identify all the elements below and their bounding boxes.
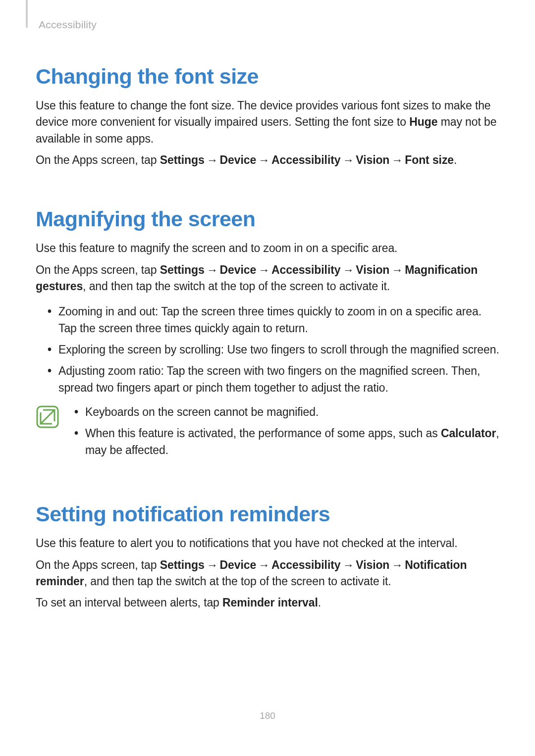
bold-calculator: Calculator bbox=[441, 427, 496, 440]
arrow-icon: → bbox=[205, 558, 220, 571]
breadcrumb: Accessibility bbox=[39, 19, 499, 31]
heading-magnifying-screen: Magnifying the screen bbox=[36, 207, 499, 231]
list-item: Adjusting zoom ratio: Tap the screen wit… bbox=[50, 363, 499, 396]
text: . bbox=[318, 596, 321, 609]
paragraph-nav-path: On the Apps screen, tap Settings→Device→… bbox=[36, 262, 499, 295]
text: When this feature is activated, the perf… bbox=[85, 427, 441, 440]
path-accessibility: Accessibility bbox=[271, 263, 340, 276]
text: To set an interval between alerts, tap bbox=[36, 596, 222, 609]
bold-reminder-interval: Reminder interval bbox=[222, 596, 318, 609]
text: . bbox=[454, 153, 457, 166]
path-vision: Vision bbox=[356, 153, 389, 166]
path-fontsize: Font size bbox=[405, 153, 454, 166]
path-accessibility: Accessibility bbox=[271, 558, 340, 571]
text: , and then tap the switch at the top of … bbox=[83, 280, 390, 293]
path-settings: Settings bbox=[160, 153, 205, 166]
arrow-icon: → bbox=[340, 153, 356, 166]
text: On the Apps screen, tap bbox=[36, 153, 160, 166]
page-number: 180 bbox=[0, 710, 535, 721]
arrow-icon: → bbox=[205, 263, 220, 276]
arrow-icon: → bbox=[389, 263, 405, 276]
list-item: When this feature is activated, the perf… bbox=[76, 425, 499, 458]
path-device: Device bbox=[220, 558, 257, 571]
arrow-icon: → bbox=[389, 558, 405, 571]
list-item: Zooming in and out: Tap the screen three… bbox=[50, 303, 499, 337]
path-settings: Settings bbox=[160, 263, 205, 276]
heading-changing-font-size: Changing the font size bbox=[36, 64, 499, 89]
paragraph: Use this feature to magnify the screen a… bbox=[36, 240, 499, 256]
text: On the Apps screen, tap bbox=[36, 263, 160, 276]
note-bullet-list: Keyboards on the screen cannot be magnif… bbox=[67, 404, 499, 463]
paragraph-nav-path: On the Apps screen, tap Settings→Device→… bbox=[36, 152, 499, 168]
bold-huge: Huge bbox=[409, 115, 437, 128]
text: On the Apps screen, tap bbox=[36, 558, 160, 571]
paragraph-nav-path: On the Apps screen, tap Settings→Device→… bbox=[36, 557, 499, 590]
arrow-icon: → bbox=[340, 263, 356, 276]
header-tab-divider bbox=[26, 0, 28, 28]
heading-notification-reminders: Setting notification reminders bbox=[36, 502, 499, 526]
path-device: Device bbox=[220, 263, 257, 276]
paragraph: To set an interval between alerts, tap R… bbox=[36, 595, 499, 611]
path-vision: Vision bbox=[356, 558, 389, 571]
text: , and then tap the switch at the top of … bbox=[84, 575, 391, 588]
paragraph: Use this feature to alert you to notific… bbox=[36, 535, 499, 552]
path-accessibility: Accessibility bbox=[271, 153, 340, 166]
path-vision: Vision bbox=[356, 263, 389, 276]
arrow-icon: → bbox=[256, 558, 271, 571]
list-item: Exploring the screen by scrolling: Use t… bbox=[50, 342, 499, 358]
paragraph: Use this feature to change the font size… bbox=[36, 98, 499, 147]
path-settings: Settings bbox=[160, 558, 205, 571]
arrow-icon: → bbox=[256, 263, 271, 276]
path-device: Device bbox=[220, 153, 257, 166]
arrow-icon: → bbox=[256, 153, 271, 166]
arrow-icon: → bbox=[340, 558, 356, 571]
arrow-icon: → bbox=[205, 153, 220, 166]
note-icon bbox=[36, 405, 59, 429]
list-item: Keyboards on the screen cannot be magnif… bbox=[76, 404, 499, 420]
note-block: Keyboards on the screen cannot be magnif… bbox=[36, 404, 499, 463]
arrow-icon: → bbox=[389, 153, 405, 166]
bullet-list: Zooming in and out: Tap the screen three… bbox=[36, 303, 499, 396]
